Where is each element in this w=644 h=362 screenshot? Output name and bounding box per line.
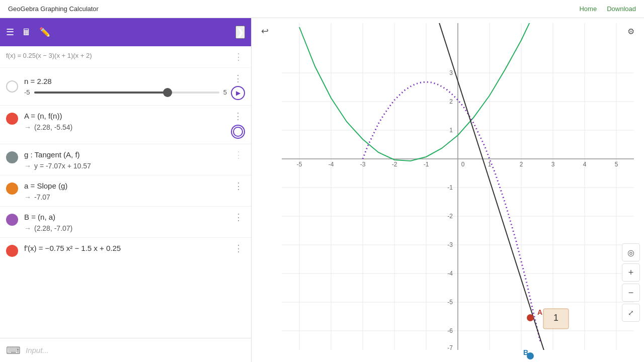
color-point-b	[6, 214, 18, 226]
svg-text:3: 3	[551, 161, 555, 168]
point-b-label: B	[523, 348, 528, 356]
svg-text:0: 0	[461, 161, 465, 168]
content-derivative: f'(x) = −0.75 x² − 1.5 x + 0.25	[24, 243, 232, 253]
left-panel: ☰ 🖩 ✏️ ❯ f(x) = 0.25(x − 3)(x + 1)(x + 2…	[0, 18, 252, 362]
input-placeholder[interactable]: Input...	[26, 346, 49, 354]
menu-point-a[interactable]: ⋮	[231, 111, 245, 122]
svg-text:1: 1	[449, 127, 453, 134]
slider-fill-n	[34, 92, 168, 94]
graph-zoom-controls: ◎ + − ⤢	[622, 243, 640, 322]
graph-toolbar: ↩	[256, 22, 274, 40]
cropped-menu[interactable]: ⋮	[232, 51, 245, 62]
svg-text:-7: -7	[447, 344, 453, 351]
color-point-a	[6, 113, 18, 125]
app-title: GeoGebra Graphing Calculator	[8, 5, 99, 13]
menu-slope-a[interactable]: ⋮	[232, 180, 245, 192]
point-a-label: A	[537, 308, 542, 316]
slider-title-n: n = 2.28	[24, 77, 227, 85]
svg-text:-1: -1	[424, 161, 429, 168]
calculator-button[interactable]: 🖩	[22, 27, 31, 38]
settings-button[interactable]: ⚙	[622, 22, 640, 40]
entry-tangent-g: g : Tangent (A, f) → y = -7.07x + 10.57 …	[0, 144, 251, 175]
point-a-dot	[527, 314, 534, 321]
value-point-b: (2.28, -7.07)	[34, 224, 72, 232]
svg-text:-3: -3	[360, 161, 366, 168]
graph-svg: -5 -4 -3 -2 -1 0 1 2 3 4 5 3 2 1 -1 -2 -…	[252, 18, 644, 362]
svg-text:-4: -4	[329, 161, 334, 168]
svg-text:2: 2	[520, 161, 523, 168]
fullscreen-button[interactable]: ⤢	[622, 304, 640, 322]
undo-button[interactable]: ↩	[256, 22, 274, 40]
svg-text:-2: -2	[447, 213, 453, 220]
slider-controls-n: -5 5	[24, 88, 227, 96]
entries-list: f(x) = 0.25(x − 3)(x + 1)(x + 2) ⋮ n = 2…	[0, 46, 251, 338]
svg-text:-3: -3	[447, 241, 453, 248]
content-tangent-g: g : Tangent (A, f) → y = -7.07x + 10.57	[24, 149, 232, 170]
keyboard-icon[interactable]: ⌨	[6, 344, 21, 356]
arrow-slope-a: →	[24, 193, 31, 201]
slider-max-n: 5	[223, 88, 227, 96]
result-point-b: → (2.28, -7.07)	[24, 224, 232, 232]
graph-panel: -5 -4 -3 -2 -1 0 1 2 3 4 5 3 2 1 -1 -2 -…	[252, 18, 644, 362]
nav-links: Home Download	[579, 5, 636, 13]
expr-point-a: A = (n, f(n))	[24, 111, 227, 121]
content-point-a: A = (n, f(n)) → (2.28, -5.54)	[24, 111, 227, 131]
value-tangent-g: y = -7.07x + 10.57	[34, 162, 91, 170]
entry-derivative: f'(x) = −0.75 x² − 1.5 x + 0.25 ⋮	[0, 238, 251, 268]
expr-point-b: B = (n, a)	[24, 212, 232, 222]
expr-slope-a: a = Slope (g)	[24, 180, 232, 191]
svg-text:-1: -1	[447, 184, 453, 191]
cropped-expression: f(x) = 0.25(x − 3)(x + 1)(x + 2)	[6, 51, 232, 60]
pen-button[interactable]: ✏️	[39, 27, 50, 38]
locate-button[interactable]: ◎	[622, 243, 640, 261]
content-slope-a: a = Slope (g) → -7.07	[24, 180, 232, 201]
home-link[interactable]: Home	[579, 5, 597, 13]
value-slope-a: -7.07	[34, 193, 50, 201]
slider-menu-n[interactable]: ⋮	[231, 73, 245, 84]
download-link[interactable]: Download	[607, 5, 636, 13]
result-point-a: → (2.28, -5.54)	[24, 123, 227, 131]
svg-text:3: 3	[449, 69, 453, 76]
content-point-b: B = (n, a) → (2.28, -7.07)	[24, 212, 232, 232]
expr-derivative: f'(x) = −0.75 x² − 1.5 x + 0.25	[24, 243, 232, 253]
menu-point-b[interactable]: ⋮	[232, 212, 245, 223]
svg-text:-6: -6	[447, 327, 453, 334]
input-row: ⌨ Input...	[0, 338, 251, 362]
top-navbar: GeoGebra Graphing Calculator Home Downlo…	[0, 0, 644, 18]
zoom-out-button[interactable]: −	[622, 284, 640, 302]
entry-point-a: A = (n, f(n)) → (2.28, -5.54) ⋮	[0, 106, 251, 144]
toolbar-left: ☰ 🖩 ✏️	[6, 27, 50, 38]
collapse-button[interactable]: ❯	[235, 26, 245, 39]
slider-row-n: n = 2.28 -5 5 ⋮ ▶	[0, 68, 251, 106]
result-slope-a: → -7.07	[24, 193, 232, 201]
svg-text:-5: -5	[447, 299, 453, 306]
svg-text:1: 1	[488, 161, 492, 168]
svg-text:4: 4	[583, 161, 587, 168]
arrow-point-b: →	[24, 224, 31, 232]
entry-slope-a: a = Slope (g) → -7.07 ⋮	[0, 175, 251, 207]
svg-text:-2: -2	[392, 161, 397, 168]
toolbar: ☰ 🖩 ✏️ ❯	[0, 18, 251, 46]
slider-min-n: -5	[24, 88, 30, 96]
arrow-point-a: →	[24, 123, 31, 131]
svg-text:-5: -5	[297, 161, 302, 168]
result-tangent-g: → y = -7.07x + 10.57	[24, 162, 232, 170]
slider-color-n	[6, 80, 18, 93]
slider-thumb-n[interactable]	[163, 88, 172, 97]
menu-derivative[interactable]: ⋮	[232, 243, 245, 254]
tooltip-value: 1	[553, 313, 558, 323]
zoom-in-button[interactable]: +	[622, 263, 640, 282]
menu-tangent-g[interactable]: ⋮	[232, 149, 245, 160]
slider-track-n[interactable]	[34, 92, 219, 94]
entry-point-b: B = (n, a) → (2.28, -7.07) ⋮	[0, 207, 251, 238]
slider-play-n[interactable]: ▶	[231, 86, 245, 100]
svg-text:-4: -4	[447, 270, 453, 277]
color-tangent-g	[6, 151, 18, 163]
value-point-a: (2.28, -5.54)	[34, 123, 72, 131]
menu-button[interactable]: ☰	[6, 27, 14, 38]
svg-text:2: 2	[449, 98, 453, 105]
color-slope-a	[6, 183, 18, 195]
arrow-tangent-g: →	[24, 162, 31, 170]
slider-content-n: n = 2.28 -5 5	[24, 77, 227, 96]
point-a-action[interactable]	[231, 125, 245, 139]
